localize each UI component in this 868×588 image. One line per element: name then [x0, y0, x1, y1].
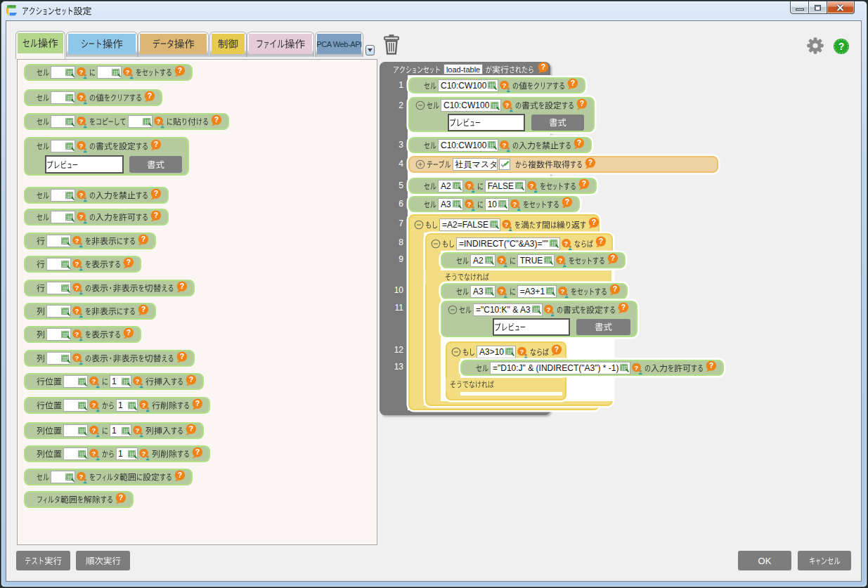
svg-text:?: ?	[79, 191, 84, 199]
svg-text:?: ?	[154, 140, 158, 148]
svg-text:?: ?	[592, 218, 596, 226]
svg-text:?: ?	[838, 41, 845, 52]
svg-text:?: ?	[499, 287, 503, 294]
svg-text:?: ?	[588, 158, 592, 166]
svg-text:?: ?	[571, 79, 575, 87]
svg-text:?: ?	[505, 101, 510, 109]
svg-text:?: ?	[79, 68, 84, 76]
svg-text:?: ?	[154, 211, 158, 219]
svg-text:?: ?	[79, 117, 84, 125]
svg-text:?: ?	[561, 287, 565, 294]
svg-text:?: ?	[79, 473, 84, 481]
svg-text:?: ?	[577, 138, 581, 147]
svg-text:?: ?	[546, 305, 550, 313]
svg-text:?: ?	[559, 256, 563, 263]
svg-text:?: ?	[709, 361, 713, 370]
svg-text:?: ?	[141, 235, 145, 243]
svg-text:?: ?	[92, 450, 96, 457]
svg-text:?: ?	[92, 377, 96, 385]
svg-text:?: ?	[75, 330, 79, 338]
svg-text:?: ?	[564, 239, 569, 247]
svg-text:?: ?	[503, 141, 507, 148]
svg-text:?: ?	[126, 68, 130, 76]
svg-text:?: ?	[119, 493, 123, 502]
svg-text:?: ?	[499, 256, 503, 263]
svg-text:?: ?	[75, 307, 79, 315]
svg-text:?: ?	[555, 345, 559, 353]
svg-text:?: ?	[621, 303, 625, 311]
svg-text:?: ?	[142, 401, 146, 409]
svg-text:?: ?	[127, 258, 131, 266]
svg-text:?: ?	[189, 375, 193, 384]
svg-text:?: ?	[613, 285, 617, 293]
svg-text:?: ?	[141, 305, 145, 313]
svg-text:?: ?	[582, 179, 586, 188]
svg-text:?: ?	[599, 237, 603, 245]
svg-text:?: ?	[79, 142, 84, 150]
svg-text:?: ?	[513, 200, 517, 207]
svg-text:?: ?	[178, 66, 182, 74]
svg-text:?: ?	[75, 354, 79, 362]
svg-text:?: ?	[611, 254, 615, 262]
svg-text:?: ?	[503, 81, 507, 89]
svg-text:?: ?	[467, 200, 471, 207]
svg-text:?: ?	[92, 426, 96, 434]
svg-text:?: ?	[75, 260, 79, 268]
svg-text:?: ?	[467, 181, 471, 189]
svg-text:?: ?	[635, 363, 639, 371]
svg-text:?: ?	[565, 197, 569, 206]
svg-text:?: ?	[179, 282, 183, 290]
svg-text:?: ?	[136, 426, 140, 434]
svg-text:?: ?	[156, 117, 160, 125]
svg-text:?: ?	[154, 189, 158, 197]
svg-text:?: ?	[127, 328, 131, 337]
svg-text:?: ?	[505, 220, 509, 228]
svg-text:?: ?	[92, 401, 96, 409]
svg-text:?: ?	[580, 99, 584, 107]
svg-text:?: ?	[75, 237, 79, 244]
svg-text:?: ?	[541, 63, 545, 71]
svg-text:?: ?	[75, 284, 79, 292]
svg-text:?: ?	[136, 377, 140, 385]
svg-text:?: ?	[189, 424, 193, 433]
svg-text:?: ?	[214, 115, 218, 124]
svg-text:?: ?	[142, 450, 146, 457]
svg-text:?: ?	[520, 347, 524, 355]
svg-text:?: ?	[79, 213, 84, 221]
svg-text:?: ?	[530, 181, 534, 189]
svg-text:?: ?	[79, 93, 84, 101]
svg-text:?: ?	[179, 352, 183, 360]
svg-text:?: ?	[148, 91, 152, 100]
svg-text:?: ?	[195, 399, 200, 407]
svg-text:?: ?	[195, 447, 200, 456]
svg-text:?: ?	[178, 471, 182, 479]
